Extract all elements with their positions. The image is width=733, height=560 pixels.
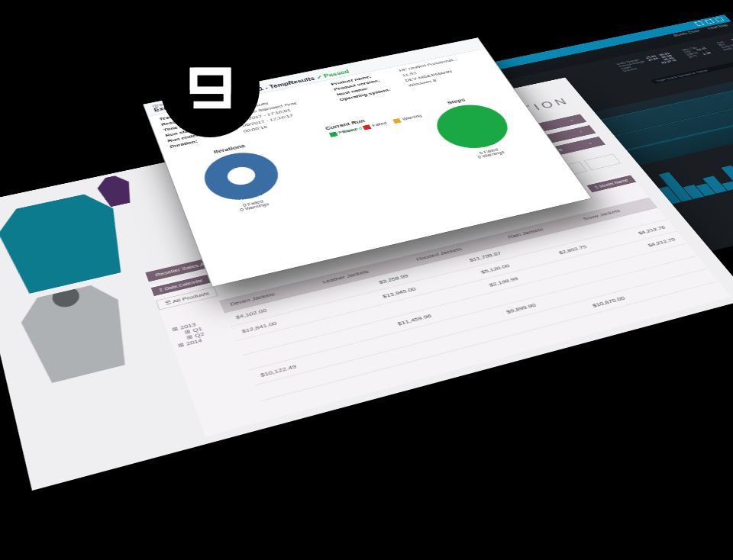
chevron-right-icon: ›	[570, 119, 573, 122]
steps-chart: Steps 0 Failed0 Warnings	[411, 90, 538, 166]
product-thumb-gray-hoodie[interactable]	[16, 281, 139, 387]
close-icon[interactable]	[715, 17, 725, 21]
chart-type-icon	[583, 153, 621, 170]
chevron-right-icon: ›	[588, 142, 592, 145]
chevron-right-icon: ›	[579, 130, 583, 134]
svg-rect-3	[193, 71, 227, 90]
square-logo-icon	[189, 67, 231, 109]
brand-badge	[160, 38, 260, 137]
current-run-panel: Current Run ✓ Passed	[298, 113, 423, 192]
iterations-chart: Iterations 0 Failed0 Warnings	[180, 137, 305, 220]
maximize-icon[interactable]	[705, 19, 715, 24]
minimize-icon[interactable]	[695, 21, 705, 26]
